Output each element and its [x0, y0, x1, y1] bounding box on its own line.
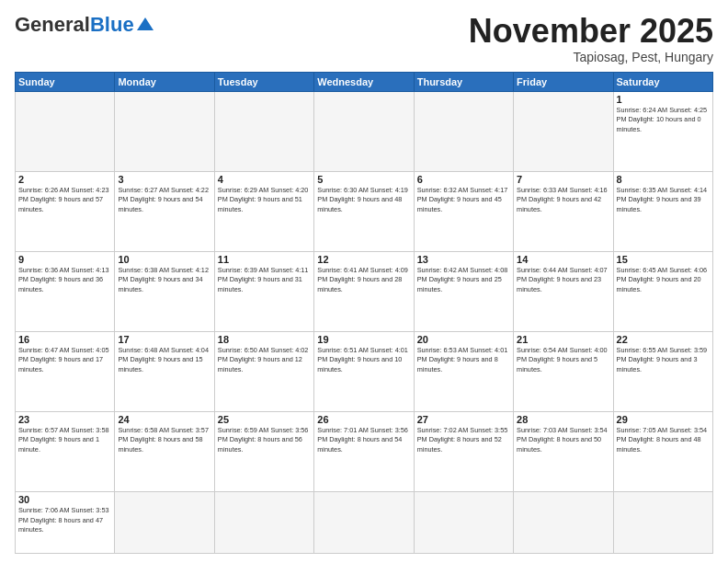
calendar-cell: 5Sunrise: 6:30 AM Sunset: 4:19 PM Daylig… — [314, 171, 414, 251]
day-info: Sunrise: 7:01 AM Sunset: 3:56 PM Dayligh… — [317, 426, 410, 455]
calendar-cell: 9Sunrise: 6:36 AM Sunset: 4:13 PM Daylig… — [16, 251, 115, 331]
header-sunday: Sunday — [16, 72, 115, 91]
day-number: 23 — [18, 414, 111, 425]
calendar-cell — [115, 491, 214, 553]
day-number: 24 — [118, 414, 210, 425]
title-block: November 2025 Tapiosag, Pest, Hungary — [469, 13, 713, 64]
calendar-cell: 10Sunrise: 6:38 AM Sunset: 4:12 PM Dayli… — [115, 251, 214, 331]
day-info: Sunrise: 6:33 AM Sunset: 4:16 PM Dayligh… — [517, 186, 609, 215]
day-number: 14 — [517, 254, 609, 265]
day-number: 11 — [218, 254, 311, 265]
header: General Blue November 2025 Tapiosag, Pes… — [15, 13, 713, 64]
day-info: Sunrise: 6:47 AM Sunset: 4:05 PM Dayligh… — [18, 346, 111, 375]
header-friday: Friday — [514, 72, 613, 91]
day-number: 2 — [18, 174, 111, 185]
day-info: Sunrise: 6:42 AM Sunset: 4:08 PM Dayligh… — [417, 266, 510, 295]
calendar-cell: 3Sunrise: 6:27 AM Sunset: 4:22 PM Daylig… — [115, 171, 214, 251]
day-number: 7 — [517, 174, 609, 185]
day-info: Sunrise: 6:51 AM Sunset: 4:01 PM Dayligh… — [317, 346, 410, 375]
day-info: Sunrise: 6:48 AM Sunset: 4:04 PM Dayligh… — [118, 346, 210, 375]
day-number: 17 — [118, 334, 210, 345]
calendar-cell — [414, 91, 513, 171]
calendar-cell: 28Sunrise: 7:03 AM Sunset: 3:54 PM Dayli… — [514, 411, 613, 491]
calendar-cell: 12Sunrise: 6:41 AM Sunset: 4:09 PM Dayli… — [314, 251, 414, 331]
day-number: 6 — [417, 174, 510, 185]
calendar-cell: 7Sunrise: 6:33 AM Sunset: 4:16 PM Daylig… — [514, 171, 613, 251]
day-info: Sunrise: 6:29 AM Sunset: 4:20 PM Dayligh… — [218, 186, 311, 215]
header-wednesday: Wednesday — [314, 72, 414, 91]
calendar-cell: 23Sunrise: 6:57 AM Sunset: 3:58 PM Dayli… — [16, 411, 115, 491]
calendar-cell: 21Sunrise: 6:54 AM Sunset: 4:00 PM Dayli… — [514, 331, 613, 411]
weekday-header-row: Sunday Monday Tuesday Wednesday Thursday… — [16, 72, 713, 91]
calendar-cell: 20Sunrise: 6:53 AM Sunset: 4:01 PM Dayli… — [414, 331, 513, 411]
day-number: 8 — [617, 174, 710, 185]
page: General Blue November 2025 Tapiosag, Pes… — [0, 0, 728, 563]
logo-general-text: General — [15, 13, 90, 37]
day-number: 12 — [317, 254, 410, 265]
logo-blue-text: Blue — [90, 13, 134, 37]
day-info: Sunrise: 6:39 AM Sunset: 4:11 PM Dayligh… — [218, 266, 311, 295]
day-info: Sunrise: 6:53 AM Sunset: 4:01 PM Dayligh… — [417, 346, 510, 375]
calendar-cell: 14Sunrise: 6:44 AM Sunset: 4:07 PM Dayli… — [514, 251, 613, 331]
day-number: 25 — [218, 414, 311, 425]
calendar-cell: 1Sunrise: 6:24 AM Sunset: 4:25 PM Daylig… — [613, 91, 712, 171]
calendar-week-row-2: 9Sunrise: 6:36 AM Sunset: 4:13 PM Daylig… — [16, 251, 713, 331]
header-thursday: Thursday — [414, 72, 513, 91]
calendar-cell — [514, 91, 613, 171]
calendar-cell: 18Sunrise: 6:50 AM Sunset: 4:02 PM Dayli… — [214, 331, 313, 411]
day-number: 10 — [118, 254, 210, 265]
calendar-cell — [613, 491, 712, 553]
calendar-week-row-1: 2Sunrise: 6:26 AM Sunset: 4:23 PM Daylig… — [16, 171, 713, 251]
day-info: Sunrise: 6:55 AM Sunset: 3:59 PM Dayligh… — [617, 346, 710, 375]
day-number: 15 — [617, 254, 710, 265]
calendar-cell: 29Sunrise: 7:05 AM Sunset: 3:54 PM Dayli… — [613, 411, 712, 491]
calendar-cell: 16Sunrise: 6:47 AM Sunset: 4:05 PM Dayli… — [16, 331, 115, 411]
day-info: Sunrise: 6:54 AM Sunset: 4:00 PM Dayligh… — [517, 346, 609, 375]
calendar-cell: 27Sunrise: 7:02 AM Sunset: 3:55 PM Dayli… — [414, 411, 513, 491]
day-number: 28 — [517, 414, 609, 425]
day-info: Sunrise: 6:44 AM Sunset: 4:07 PM Dayligh… — [517, 266, 609, 295]
calendar-week-row-0: 1Sunrise: 6:24 AM Sunset: 4:25 PM Daylig… — [16, 91, 713, 171]
calendar-cell — [115, 91, 214, 171]
calendar-cell: 13Sunrise: 6:42 AM Sunset: 4:08 PM Dayli… — [414, 251, 513, 331]
day-info: Sunrise: 6:36 AM Sunset: 4:13 PM Dayligh… — [18, 266, 111, 295]
calendar-cell — [314, 91, 414, 171]
day-info: Sunrise: 6:26 AM Sunset: 4:23 PM Dayligh… — [18, 186, 111, 215]
calendar-cell: 26Sunrise: 7:01 AM Sunset: 3:56 PM Dayli… — [314, 411, 414, 491]
day-number: 1 — [617, 94, 710, 105]
calendar-cell — [414, 491, 513, 553]
day-number: 3 — [118, 174, 210, 185]
calendar-week-row-5: 30Sunrise: 7:06 AM Sunset: 3:53 PM Dayli… — [16, 491, 713, 553]
day-info: Sunrise: 7:06 AM Sunset: 3:53 PM Dayligh… — [18, 506, 111, 535]
day-info: Sunrise: 6:24 AM Sunset: 4:25 PM Dayligh… — [617, 106, 710, 135]
day-info: Sunrise: 6:27 AM Sunset: 4:22 PM Dayligh… — [118, 186, 210, 215]
day-number: 19 — [317, 334, 410, 345]
day-info: Sunrise: 6:35 AM Sunset: 4:14 PM Dayligh… — [617, 186, 710, 215]
location-subtitle: Tapiosag, Pest, Hungary — [469, 50, 713, 64]
day-number: 26 — [317, 414, 410, 425]
day-number: 16 — [18, 334, 111, 345]
header-saturday: Saturday — [613, 72, 712, 91]
day-info: Sunrise: 6:32 AM Sunset: 4:17 PM Dayligh… — [417, 186, 510, 215]
calendar-cell — [514, 491, 613, 553]
day-info: Sunrise: 6:45 AM Sunset: 4:06 PM Dayligh… — [617, 266, 710, 295]
calendar-cell: 22Sunrise: 6:55 AM Sunset: 3:59 PM Dayli… — [613, 331, 712, 411]
calendar-week-row-3: 16Sunrise: 6:47 AM Sunset: 4:05 PM Dayli… — [16, 331, 713, 411]
day-number: 4 — [218, 174, 311, 185]
day-number: 29 — [617, 414, 710, 425]
calendar-cell: 17Sunrise: 6:48 AM Sunset: 4:04 PM Dayli… — [115, 331, 214, 411]
calendar-cell: 24Sunrise: 6:58 AM Sunset: 3:57 PM Dayli… — [115, 411, 214, 491]
calendar-cell — [314, 491, 414, 553]
header-tuesday: Tuesday — [214, 72, 313, 91]
calendar-cell: 8Sunrise: 6:35 AM Sunset: 4:14 PM Daylig… — [613, 171, 712, 251]
day-info: Sunrise: 6:30 AM Sunset: 4:19 PM Dayligh… — [317, 186, 410, 215]
day-info: Sunrise: 6:38 AM Sunset: 4:12 PM Dayligh… — [118, 266, 210, 295]
calendar-cell: 6Sunrise: 6:32 AM Sunset: 4:17 PM Daylig… — [414, 171, 513, 251]
logo: General Blue — [15, 13, 154, 37]
day-info: Sunrise: 7:02 AM Sunset: 3:55 PM Dayligh… — [417, 426, 510, 455]
day-number: 27 — [417, 414, 510, 425]
calendar-cell — [214, 491, 313, 553]
day-number: 9 — [18, 254, 111, 265]
day-number: 13 — [417, 254, 510, 265]
day-info: Sunrise: 6:58 AM Sunset: 3:57 PM Dayligh… — [118, 426, 210, 455]
